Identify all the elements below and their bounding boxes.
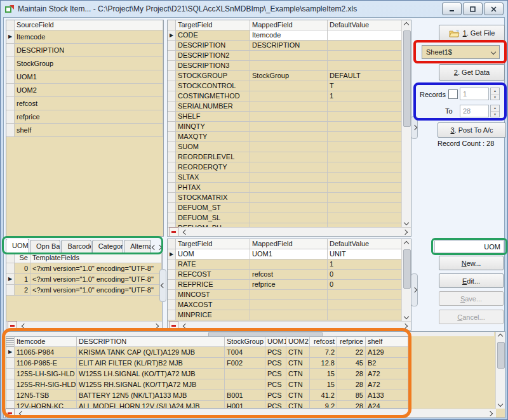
new-button[interactable]: New... xyxy=(439,256,504,270)
target-mapping-row[interactable]: SERIALNUMBER xyxy=(168,102,402,112)
target-mapping-row[interactable]: SHELF xyxy=(168,112,402,122)
target-mapping-row[interactable]: STOCKCONTROL T xyxy=(168,81,402,91)
mappedfield-cell[interactable] xyxy=(250,162,328,173)
defaultvalue-cell[interactable] xyxy=(328,203,402,213)
preview-data-row[interactable]: 125S-LH-SIG-HLD W125S LH.SIGNAL (KO/TT)A… xyxy=(6,369,408,379)
records-checkbox[interactable] xyxy=(448,89,458,99)
template-row[interactable]: ▶ 1 <?xml version="1.0" encoding="UTF-8" xyxy=(6,274,162,285)
target-mapping-row[interactable]: MINQTY xyxy=(168,122,402,132)
source-field-cell[interactable]: refprice xyxy=(15,110,163,124)
column-header-uom2[interactable]: UOM2 xyxy=(286,337,310,347)
collapse-minus-icon[interactable] xyxy=(169,227,178,237)
targetfield-cell[interactable]: SLTAX xyxy=(176,173,250,183)
itemcode-cell[interactable]: 125S-LH-SIG-HLD xyxy=(15,369,77,379)
column-header-itemcode[interactable]: Itemcode xyxy=(15,337,77,347)
cancel-button[interactable]: Cancel... xyxy=(439,310,504,324)
uom2-cell[interactable]: CTN xyxy=(286,358,310,369)
targetfield-cell[interactable]: SERIALNUMBER xyxy=(176,102,250,112)
target-mapping-row[interactable]: STOCKGROUP StockGroup DEFAULT xyxy=(168,71,402,81)
target-mapping-row[interactable]: REORDERLEVEL xyxy=(168,152,402,162)
shelf-cell[interactable]: A72 xyxy=(366,379,408,390)
vertical-scrollbar[interactable] xyxy=(495,332,505,409)
template-row[interactable]: 2 <?xml version="1.0" encoding="UTF-8" xyxy=(6,285,162,296)
title-bar[interactable]: Maintain Stock Item... - C:\Project\My P… xyxy=(1,1,507,17)
target-mapping-row[interactable]: ▶ CODE Itemcode xyxy=(168,30,402,41)
minimize-button[interactable] xyxy=(442,3,462,15)
source-field-cell[interactable]: StockGroup xyxy=(15,57,163,70)
uom-mapping-row[interactable]: MAXCOST xyxy=(168,300,402,310)
horizontal-scrollbar[interactable] xyxy=(4,409,496,417)
defaultvalue-cell[interactable]: 1 xyxy=(328,259,402,270)
edit-button[interactable]: Edit... xyxy=(439,273,504,288)
tab-alternative[interactable]: Alterna xyxy=(124,240,151,253)
target-mapping-row[interactable]: DEFUOM_SL xyxy=(168,213,402,223)
targetfield-cell[interactable]: DEFUOM_ST xyxy=(176,203,250,213)
refcost-cell[interactable]: 9.2 xyxy=(310,401,337,408)
shelf-cell[interactable]: A129 xyxy=(366,347,408,358)
refprice-cell[interactable]: 45 xyxy=(337,358,366,369)
source-field-row[interactable]: refcost xyxy=(6,97,163,110)
chevron-left-icon[interactable] xyxy=(17,409,26,418)
stockgroup-cell[interactable] xyxy=(225,369,265,379)
defaultvalue-cell[interactable] xyxy=(328,61,402,71)
itemcode-cell[interactable]: 12V-HORN-KC xyxy=(15,401,77,408)
column-header-refcost[interactable]: refcost xyxy=(310,337,337,347)
target-mapping-row[interactable]: PHTAX xyxy=(168,183,402,193)
records-to-spinner[interactable]: ▲ ▼ xyxy=(490,105,500,117)
column-header-description[interactable]: DESCRIPTION xyxy=(77,337,225,347)
itemcode-cell[interactable]: 125S-RH-SIG-HLD xyxy=(15,379,77,390)
shelf-cell[interactable]: A72 xyxy=(366,369,408,379)
column-header-stockgroup[interactable]: StockGroup xyxy=(225,337,265,347)
collapse-minus-icon[interactable] xyxy=(5,409,15,418)
mappedfield-cell[interactable]: DESCRIPTION xyxy=(250,41,328,51)
mappedfield-cell[interactable] xyxy=(250,102,328,112)
column-header-mappedfield[interactable]: MappedField xyxy=(250,20,328,30)
defaultvalue-cell[interactable] xyxy=(328,102,402,112)
close-button[interactable] xyxy=(484,3,504,15)
uom1-cell[interactable]: PCS xyxy=(265,379,286,390)
tab-opn-bal[interactable]: Opn Bal. xyxy=(30,240,60,253)
uom1-cell[interactable]: PCS xyxy=(265,390,286,401)
defaultvalue-cell[interactable] xyxy=(328,173,402,183)
itemcode-cell[interactable]: 12N5-TSB xyxy=(15,390,77,401)
uom2-cell[interactable]: CTN xyxy=(286,347,310,358)
defaultvalue-cell[interactable] xyxy=(328,152,402,162)
chevron-left-icon[interactable] xyxy=(20,322,29,331)
targetfield-cell[interactable]: MAXQTY xyxy=(176,132,250,142)
column-header-templatefields[interactable]: TemplateFields xyxy=(30,253,162,263)
column-header-refprice[interactable]: refprice xyxy=(337,337,366,347)
tab-scroll-left-icon[interactable] xyxy=(152,242,156,253)
column-header-targetfield[interactable]: TargetField xyxy=(176,239,250,249)
defaultvalue-cell[interactable] xyxy=(328,132,402,142)
uom2-cell[interactable]: CTN xyxy=(286,401,310,408)
mappedfield-cell[interactable] xyxy=(250,259,328,270)
targetfield-cell[interactable]: MINPRICE xyxy=(176,310,250,320)
target-mapping-row[interactable]: STOCKMATRIX xyxy=(168,193,402,203)
mappedfield-cell[interactable] xyxy=(250,51,328,61)
defaultvalue-cell[interactable] xyxy=(328,183,402,193)
uom2-cell[interactable]: CTN xyxy=(286,379,310,390)
refcost-cell[interactable]: 15 xyxy=(310,379,337,390)
targetfield-cell[interactable]: MINQTY xyxy=(176,122,250,132)
source-field-row[interactable]: StockGroup xyxy=(6,57,163,70)
target-mapping-row[interactable]: REORDERQTY xyxy=(168,162,402,173)
target-mapping-row[interactable]: SLTAX xyxy=(168,173,402,183)
mappedfield-cell[interactable] xyxy=(250,310,328,320)
chevron-down-icon[interactable] xyxy=(402,312,411,321)
targetfield-cell[interactable]: STOCKCONTROL xyxy=(176,81,250,91)
source-field-cell[interactable]: DESCRIPTION xyxy=(15,44,163,57)
preview-data-row[interactable]: 12V-HORN-KC ALL MODEL HORN 12V (S/L)A24 … xyxy=(6,401,408,408)
chevron-down-icon[interactable] xyxy=(496,400,505,409)
defaultvalue-cell[interactable] xyxy=(328,162,402,173)
uom-mapping-row[interactable]: RATE 1 xyxy=(168,259,402,270)
post-to-ac-button[interactable]: 3. Post To A/c xyxy=(438,122,506,138)
targetfield-cell[interactable]: CODE xyxy=(176,30,250,41)
mappedfield-cell[interactable]: UOM1 xyxy=(250,249,328,259)
targetfield-cell[interactable]: STOCKMATRIX xyxy=(176,193,250,203)
defaultvalue-cell[interactable] xyxy=(328,310,402,320)
defaultvalue-cell[interactable] xyxy=(328,30,402,41)
tab-scroll-right-icon[interactable] xyxy=(157,242,162,253)
mappedfield-cell[interactable] xyxy=(250,142,328,152)
uom2-cell[interactable]: CTN xyxy=(286,390,310,401)
shelf-cell[interactable]: A24 xyxy=(366,401,408,408)
